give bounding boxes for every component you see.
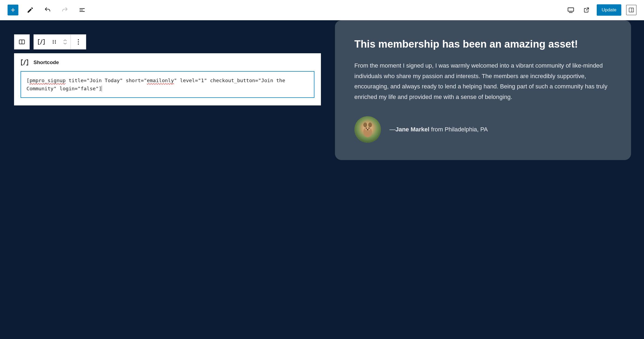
document-overview-button[interactable] (77, 5, 88, 15)
author-name: Jane Markel (395, 126, 430, 133)
svg-rect-0 (568, 8, 574, 11)
block-toolbar-group-main (33, 34, 86, 49)
parent-block-button[interactable] (14, 34, 29, 49)
desktop-icon (567, 6, 575, 14)
right-column: This membership has been an amazing asse… (335, 20, 644, 339)
external-link-icon (583, 7, 590, 13)
svg-rect-1 (629, 8, 634, 12)
testimonial-body[interactable]: From the moment I signed up, I was warml… (354, 61, 612, 102)
sidebar-icon (629, 7, 634, 13)
testimonial-author-row: —Jane Markel from Philadelphia, PA (354, 116, 612, 143)
testimonial-card[interactable]: This membership has been an amazing asse… (335, 20, 631, 160)
view-button[interactable] (565, 5, 576, 15)
pencil-icon (27, 6, 34, 14)
block-toolbar-group-parent (14, 34, 30, 49)
shortcode-block[interactable]: Shortcode [pmpro_signup title="Join Toda… (14, 53, 321, 105)
editor-toolbar: Update (0, 0, 644, 20)
svg-point-19 (367, 129, 368, 130)
edit-mode-button[interactable] (25, 5, 36, 15)
svg-point-11 (78, 44, 79, 45)
svg-point-3 (53, 40, 54, 41)
columns-icon (18, 38, 25, 45)
undo-button[interactable] (42, 5, 53, 15)
svg-point-15 (363, 122, 367, 127)
author-avatar[interactable] (354, 116, 381, 143)
redo-button[interactable] (59, 5, 70, 15)
list-icon (79, 6, 86, 14)
redo-icon (61, 6, 68, 14)
svg-point-7 (53, 43, 54, 44)
preview-external-button[interactable] (581, 5, 592, 15)
add-block-button[interactable] (8, 5, 18, 15)
block-type-button[interactable] (34, 34, 49, 49)
shortcode-icon (21, 59, 29, 66)
svg-point-16 (368, 122, 372, 127)
author-text[interactable]: —Jane Markel from Philadelphia, PA (390, 126, 488, 133)
shortcode-icon (38, 39, 45, 45)
toolbar-right: Update (565, 4, 636, 16)
block-options-button[interactable] (71, 34, 86, 49)
shortcode-block-header: Shortcode (21, 59, 314, 66)
svg-point-10 (78, 41, 79, 42)
shortcode-input[interactable]: [pmpro_signup title="Join Today" short="… (21, 71, 314, 98)
drag-icon (52, 39, 57, 44)
avatar-placeholder-icon (354, 116, 381, 143)
plus-icon (10, 7, 16, 13)
shortcode-label: Shortcode (33, 59, 59, 65)
drag-handle[interactable] (49, 34, 60, 49)
undo-icon (44, 6, 51, 14)
more-vertical-icon (78, 39, 79, 45)
settings-sidebar-toggle[interactable] (626, 5, 636, 15)
svg-point-4 (55, 40, 56, 41)
toolbar-left (8, 5, 88, 15)
block-toolbar (14, 34, 321, 49)
author-location: from Philadelphia, PA (430, 126, 488, 133)
chevron-updown-icon (63, 39, 67, 45)
editor-canvas: Shortcode [pmpro_signup title="Join Toda… (0, 20, 644, 339)
move-updown-button[interactable] (60, 34, 71, 49)
svg-point-9 (78, 39, 79, 40)
svg-point-8 (55, 43, 56, 44)
svg-point-5 (53, 41, 54, 42)
svg-point-18 (368, 128, 370, 129)
svg-point-17 (366, 128, 367, 129)
testimonial-heading[interactable]: This membership has been an amazing asse… (354, 38, 612, 51)
svg-point-6 (55, 41, 56, 42)
left-column: Shortcode [pmpro_signup title="Join Toda… (0, 20, 335, 339)
update-button[interactable]: Update (597, 4, 621, 16)
